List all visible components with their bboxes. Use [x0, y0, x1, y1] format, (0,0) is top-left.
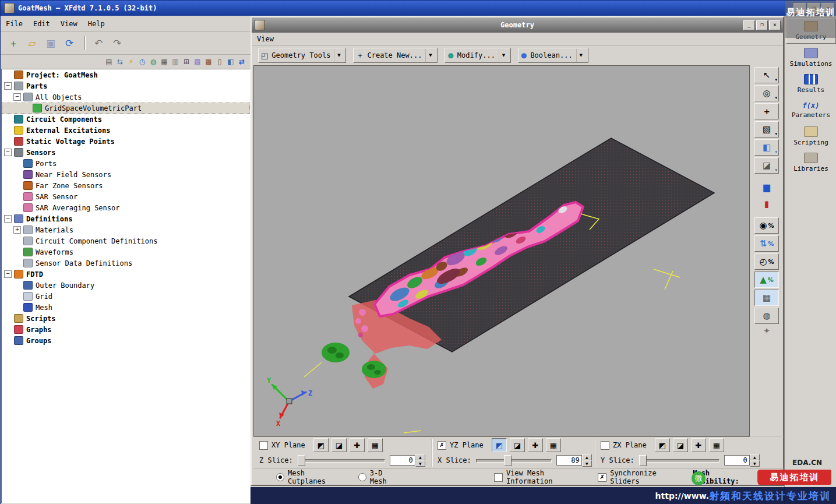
chart-filter-icon[interactable]: ▩: [203, 57, 214, 67]
dock-tab-simulations[interactable]: Simulations: [786, 45, 835, 70]
x-slice-up-button[interactable]: ▲: [582, 454, 592, 460]
clock-filter-icon[interactable]: ◷: [137, 57, 147, 67]
menu-view[interactable]: View: [55, 18, 83, 30]
link-filter-icon[interactable]: ⇆: [115, 57, 125, 67]
x-slice-slider[interactable]: [476, 455, 552, 466]
collapse-icon[interactable]: −: [4, 82, 12, 90]
tree-item-sar-averaging-sensor[interactable]: SAR Averaging Sensor: [2, 202, 250, 213]
geometry-restore-button[interactable]: ❐: [756, 20, 768, 30]
dropdown-arrow-icon[interactable]: ▾: [775, 132, 777, 136]
pan-tool-button[interactable]: ＋: [754, 103, 779, 119]
pointer-small-button[interactable]: ✦: [755, 326, 778, 336]
chart-tool-button[interactable]: ▆: [755, 179, 778, 195]
tree-item-far-zone-sensors[interactable]: Far Zone Sensors: [2, 180, 250, 191]
geometry-menu-view[interactable]: View: [252, 33, 279, 45]
geometry-close-button[interactable]: ✕: [769, 20, 781, 30]
geometry-minimize-button[interactable]: _: [743, 20, 755, 30]
clip-plane-button[interactable]: ◪ ▾: [754, 157, 779, 174]
swap-arrows-icon[interactable]: ⇄: [237, 57, 247, 67]
dropdown-arrow-icon[interactable]: ▼: [576, 49, 585, 62]
dock-tab-parameters[interactable]: f(x) Parameters: [786, 98, 835, 122]
viewport[interactable]: Y Z X: [253, 65, 750, 437]
grid-filter-icon[interactable]: ▦: [159, 57, 170, 67]
tree-item-waveforms[interactable]: Waveforms: [2, 246, 250, 258]
xy-slice-view-button[interactable]: ◩: [313, 438, 329, 452]
tree-item-scripts[interactable]: Scripts: [2, 313, 250, 324]
table-filter-icon[interactable]: ▧: [192, 57, 203, 67]
dropdown-arrow-icon[interactable]: ▾: [775, 168, 777, 172]
tree-item-project[interactable]: Project: GoatMesh: [2, 69, 250, 80]
menu-help[interactable]: Help: [83, 18, 110, 30]
zx-grid-button[interactable]: ▦: [709, 438, 724, 452]
select-tool-button[interactable]: ↖ ▾: [754, 67, 779, 83]
tree-item-grid-space-volumetric-part[interactable]: GridSpaceVolumetricPart: [2, 103, 250, 114]
y-slice-up-button[interactable]: ▲: [750, 454, 760, 460]
sync-sliders-checkbox[interactable]: ✗: [598, 473, 606, 482]
tree-item-all-objects[interactable]: − All Objects: [2, 91, 250, 103]
mesh-grid-toggle[interactable]: ▦: [754, 290, 779, 306]
expand-icon[interactable]: +: [13, 226, 21, 234]
dropdown-arrow-icon[interactable]: ▼: [425, 49, 435, 62]
dock-tab-libraries[interactable]: Libraries: [786, 150, 835, 175]
geometry-title-bar[interactable]: Geometry _ ❐ ✕: [252, 17, 783, 33]
visibility-toggle-2[interactable]: ⇅ %: [754, 235, 779, 252]
y-slice-value[interactable]: 0: [724, 455, 750, 466]
tree-item-parts[interactable]: − Parts: [2, 80, 250, 91]
x-slice-down-button[interactable]: ▼: [582, 460, 592, 467]
dropdown-arrow-icon[interactable]: ▾: [775, 150, 777, 154]
create-new-button[interactable]: ＋ Create New... ▼: [353, 48, 438, 63]
thermometer-tool-button[interactable]: ▮: [755, 196, 778, 212]
dropdown-arrow-icon[interactable]: ▾: [775, 77, 777, 82]
monitor-toggle[interactable]: ◍: [754, 308, 779, 324]
z-slice-up-button[interactable]: ▲: [415, 454, 425, 460]
zx-move-button[interactable]: ✚: [691, 438, 706, 452]
xy-slice-view-alt-button[interactable]: ◪: [331, 438, 347, 452]
tree-item-fdtd[interactable]: − FDTD: [2, 269, 250, 280]
dropdown-arrow-icon[interactable]: ▾: [775, 96, 777, 100]
tree-item-groups[interactable]: Groups: [2, 335, 250, 346]
visibility-toggle-4[interactable]: ▲ %: [754, 272, 779, 288]
redo-button[interactable]: ↷: [109, 35, 125, 51]
yz-move-button[interactable]: ✚: [528, 438, 543, 452]
tree-item-near-field-sensors[interactable]: Near Field Sensors: [2, 169, 250, 180]
cube-filter-icon[interactable]: ▤: [104, 57, 114, 67]
tree-item-grid[interactable]: Grid: [2, 291, 250, 302]
dock-tab-scripting[interactable]: Scripting: [786, 124, 835, 149]
menu-edit[interactable]: Edit: [28, 18, 55, 30]
y-slice-slider[interactable]: [639, 455, 719, 466]
yz-slice-view-alt-button[interactable]: ◪: [510, 438, 525, 452]
tree-item-static-voltage-points[interactable]: Static Voltage Points: [2, 136, 250, 147]
tree-item-sensors[interactable]: − Sensors: [2, 147, 250, 158]
tree-item-definitions[interactable]: − Definitions: [2, 213, 250, 224]
tree-item-sensor-data-definitions[interactable]: Sensor Data Definitions: [2, 258, 250, 269]
yz-slice-view-button[interactable]: ◩: [492, 438, 507, 452]
z-slice-down-button[interactable]: ▼: [415, 460, 425, 467]
yz-plane-checkbox[interactable]: ✗: [438, 441, 446, 450]
tree-item-materials[interactable]: + Materials: [2, 224, 250, 235]
cube-view-button[interactable]: ◧ ▾: [754, 139, 779, 156]
tree-item-outer-boundary[interactable]: Outer Boundary: [2, 280, 250, 291]
y-slice-down-button[interactable]: ▼: [750, 460, 760, 467]
zx-plane-checkbox[interactable]: [601, 441, 609, 450]
dropdown-arrow-icon[interactable]: ▼: [334, 49, 343, 62]
tree-item-circuit-components[interactable]: Circuit Components: [2, 114, 250, 125]
modify-button[interactable]: ● Modify... ▼: [445, 48, 511, 63]
boolean-button[interactable]: ● Boolean... ▼: [518, 48, 588, 63]
z-slice-value[interactable]: 0: [390, 455, 415, 466]
box-filter-icon[interactable]: ◧: [225, 57, 236, 67]
tree-item-sar-sensor[interactable]: SAR Sensor: [2, 191, 250, 202]
zx-slice-view-button[interactable]: ◩: [655, 438, 670, 452]
open-button[interactable]: ▱: [24, 35, 40, 51]
xy-plane-checkbox[interactable]: [259, 441, 268, 450]
page-filter-icon[interactable]: ▯: [214, 57, 225, 67]
collapse-icon[interactable]: −: [4, 149, 12, 156]
mesh-3d-radio[interactable]: [358, 473, 366, 481]
save-button[interactable]: ▣: [43, 35, 59, 51]
undo-button[interactable]: ↶: [90, 35, 107, 51]
grid-plus-filter-icon[interactable]: ⊞: [181, 57, 192, 67]
new-button[interactable]: ＋: [5, 35, 22, 51]
film-filter-icon[interactable]: ▥: [170, 57, 181, 67]
xy-move-button[interactable]: ✚: [350, 438, 365, 452]
geometry-tools-button[interactable]: ◰ Geometry Tools ▼: [258, 48, 346, 63]
collapse-icon[interactable]: −: [4, 215, 12, 223]
